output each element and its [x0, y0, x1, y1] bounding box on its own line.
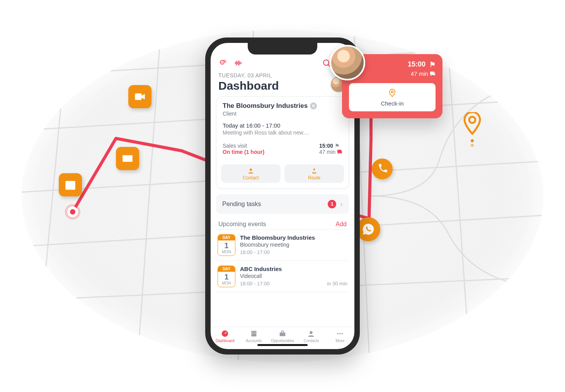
svg-point-3 [69, 185, 70, 186]
calendar-icon [59, 173, 82, 196]
notch [248, 43, 317, 55]
video-icon [128, 85, 151, 108]
svg-point-6 [69, 187, 70, 188]
svg-point-4 [71, 185, 73, 186]
svg-rect-8 [135, 94, 141, 100]
svg-rect-18 [252, 332, 253, 332]
contact-button[interactable]: Contact [221, 164, 281, 183]
phone-icon [372, 159, 393, 179]
svg-point-2 [67, 185, 68, 186]
sound-wave-icon[interactable] [234, 58, 243, 69]
close-icon[interactable]: ✕ [310, 102, 317, 109]
svg-point-24 [337, 333, 339, 334]
client-name: The Bloomsbury Industries [223, 102, 308, 110]
popover-time: 15:00 [408, 60, 425, 69]
route-origin-icon [67, 206, 78, 217]
svg-rect-17 [251, 331, 256, 337]
tab-opportunities[interactable]: Opportunities [268, 329, 297, 343]
svg-point-13 [250, 169, 252, 171]
meeting-time: Today at 16:00 - 17:00 [223, 122, 342, 129]
whatsapp-icon [356, 217, 380, 241]
pending-tasks-count: 1 [328, 200, 336, 208]
event-title: The Bloomsbury Industries [240, 234, 347, 241]
svg-point-12 [323, 60, 329, 65]
flag-icon: ⚑ [429, 60, 436, 69]
event-row[interactable]: DAY 1 MON The Bloomsbury Industries Bloo… [216, 230, 349, 261]
event-countdown: in 30 min [327, 281, 347, 286]
svg-point-7 [71, 187, 73, 188]
event-title: ABC Industries [240, 266, 347, 272]
status-label: On time (1 hour) [223, 149, 264, 155]
event-row[interactable]: DAY 1 MON ABC Industries Videocall 16:00… [216, 261, 349, 292]
car-icon: ⛟ [430, 70, 436, 77]
tab-contacts[interactable]: Contacts [297, 329, 325, 343]
meeting-description: Meeting with Ross talk about new.... [223, 130, 342, 136]
svg-point-9 [469, 117, 475, 123]
page-title: Dashboard [218, 79, 326, 92]
checkin-button[interactable]: Check-in [349, 83, 436, 111]
phone-frame: TUESDAY, 03 APRIL Dashboard The Bloomsbu… [205, 37, 360, 355]
pending-tasks-row[interactable]: Pending tasks 1 › [216, 194, 349, 214]
event-subtitle: Videocall [240, 273, 347, 279]
depart-time: 15:00 [319, 143, 342, 149]
section-upcoming-label: Upcoming events [218, 221, 266, 228]
popover-travel: 47 min [411, 70, 428, 77]
travel-time: 47 min ⛟ [319, 149, 342, 155]
visit-label: Sales visit [223, 143, 264, 149]
chevron-right-icon: › [340, 199, 343, 208]
client-type: Client [223, 111, 342, 117]
svg-point-25 [339, 333, 341, 334]
pending-tasks-label: Pending tasks [222, 201, 324, 208]
tab-more[interactable]: More [326, 329, 354, 343]
event-subtitle: Bloomsbury meeting [240, 242, 347, 248]
svg-point-5 [67, 187, 68, 188]
svg-point-14 [313, 169, 315, 170]
date-line: TUESDAY, 03 APRIL [218, 72, 326, 78]
add-event-button[interactable]: Add [336, 221, 347, 228]
tab-accounts[interactable]: Accounts [239, 329, 268, 343]
svg-rect-19 [254, 332, 255, 332]
svg-point-11 [222, 62, 223, 63]
svg-point-15 [313, 172, 316, 174]
destination-pin-icon [463, 112, 482, 137]
tab-dashboard[interactable]: Dashboard [211, 329, 239, 343]
svg-point-26 [341, 333, 343, 334]
home-indicator [257, 344, 308, 346]
svg-point-23 [310, 331, 313, 334]
svg-rect-22 [280, 332, 286, 336]
event-time: 16:00 - 17:00 [240, 281, 270, 286]
event-time: 16:00 - 17:00 [240, 249, 270, 255]
svg-point-27 [391, 91, 393, 93]
app-logo-icon[interactable] [218, 58, 228, 69]
mail-icon [116, 147, 139, 170]
svg-rect-21 [254, 333, 255, 334]
checkin-popover: 15:00 ⚑ 47 min ⛟ Check-in [342, 54, 442, 118]
svg-rect-20 [252, 333, 253, 334]
route-button[interactable]: Route [284, 164, 344, 183]
date-chip: DAY 1 MON [218, 234, 235, 256]
popover-avatar [330, 45, 365, 80]
client-card[interactable]: The Bloomsbury Industries ✕ Client Today… [216, 96, 349, 189]
date-chip: DAY 1 MON [218, 266, 235, 287]
